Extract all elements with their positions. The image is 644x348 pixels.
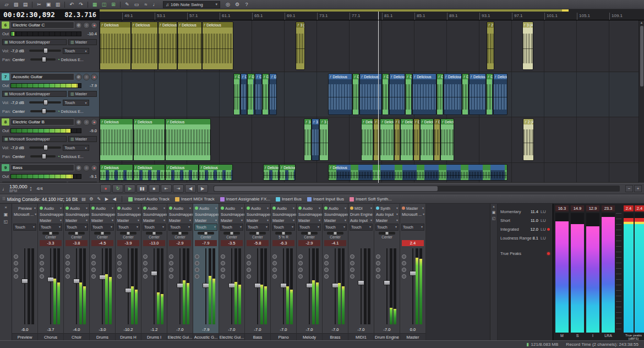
automation-mode-selector[interactable]: Touch ▾ xyxy=(220,224,243,231)
timeline-ruler[interactable]: 49.153.157.161.165.169.173.177.181.185.1… xyxy=(100,9,644,20)
audio-clip[interactable]: ƒDelicious xyxy=(263,164,279,181)
time-signature[interactable]: 4/4 xyxy=(37,186,43,191)
audio-clip[interactable]: ƒ3 xyxy=(312,118,320,161)
channel-type-selector[interactable]: Audio ▾ xyxy=(90,205,115,211)
channel-master[interactable]: Master ▾ Microsoft ... ▾ ▾ Touch xyxy=(400,204,426,340)
channel-name[interactable]: Drums I xyxy=(141,333,167,340)
audio-clip[interactable]: ƒ3 (A xyxy=(319,118,329,161)
volume-value[interactable]: -7,0 dB xyxy=(11,145,28,150)
audio-clip[interactable]: ƒDelicious xyxy=(394,118,401,161)
fx-slot-button[interactable] xyxy=(14,261,18,265)
fx-slot-button[interactable] xyxy=(272,268,277,272)
record-button[interactable]: ● xyxy=(100,184,111,193)
fx-slot-button[interactable] xyxy=(402,261,406,265)
fx-slot-button[interactable] xyxy=(66,261,70,265)
audio-clip[interactable]: ƒDelicious xyxy=(361,118,374,161)
new-project-icon[interactable]: ▱ xyxy=(2,1,11,8)
fx-slot-button[interactable] xyxy=(14,274,18,279)
swing-selector[interactable]: ♫ 16th Note Swing ▾ xyxy=(163,1,220,8)
device-selector[interactable]: Auto Input ▾ xyxy=(374,211,400,218)
insert-button[interactable]: Insert Input Bus xyxy=(304,195,347,203)
fx-slot-button[interactable] xyxy=(143,261,148,265)
output-device-selector[interactable]: ▦ Microsoft Soundmapper xyxy=(2,91,67,97)
mute-button[interactable]: ⊘ xyxy=(75,74,82,80)
mute-button[interactable]: ⊘ xyxy=(75,22,82,29)
audio-clip[interactable]: ƒDelicious xyxy=(444,73,462,115)
channel-type-selector[interactable]: Audio ▾ xyxy=(271,205,296,211)
insert-button[interactable]: Insert Assignable FX... xyxy=(217,195,273,203)
channel-name[interactable]: Electric Gui... xyxy=(219,333,244,340)
loop-region-bar[interactable] xyxy=(100,9,562,12)
pan-value[interactable]: Center xyxy=(12,57,29,62)
fx-slot-button[interactable] xyxy=(169,254,173,259)
audio-clip[interactable]: ƒDelicious xyxy=(247,73,255,115)
fx-slot-button[interactable] xyxy=(91,261,96,265)
fx-slot-button[interactable] xyxy=(298,274,303,279)
playhead-marker[interactable] xyxy=(378,12,379,20)
device-selector[interactable]: Soundmapper ▾ xyxy=(271,211,296,218)
channel-type-selector[interactable]: Audio ▾ xyxy=(297,205,322,211)
volume-readout[interactable]: -1.2 xyxy=(141,327,167,333)
audio-clip[interactable]: ƒDelicious xyxy=(328,164,507,181)
volume-readout[interactable]: -3.7 xyxy=(38,327,63,333)
volume-slider[interactable] xyxy=(29,101,61,104)
volume-readout[interactable]: -4.0 xyxy=(64,327,89,333)
volume-readout[interactable]: -7.0 xyxy=(374,327,400,333)
open-project-icon[interactable]: ▨ xyxy=(12,1,20,8)
pan-slider[interactable] xyxy=(120,232,137,235)
channel-name[interactable]: Preview xyxy=(12,333,37,340)
mixer-settings-icon[interactable]: ⚙ xyxy=(88,195,95,203)
volume-slider[interactable] xyxy=(29,50,61,52)
fx-slot-button[interactable] xyxy=(195,254,199,259)
copy-icon[interactable]: ▣ xyxy=(44,1,53,8)
automation-mode-selector[interactable]: Touch ▾ xyxy=(375,224,399,231)
play-button[interactable]: ▶ xyxy=(124,184,135,193)
output-bus-selector[interactable]: Master ▾ xyxy=(219,218,244,224)
output-bus-selector[interactable]: ▾ xyxy=(12,218,37,224)
device-selector[interactable]: Soundmapper ▾ xyxy=(141,211,167,218)
fx-slot-button[interactable] xyxy=(91,274,96,279)
mixer-view-icon[interactable]: ▤ xyxy=(80,195,88,203)
track-name[interactable]: Bass xyxy=(10,164,74,171)
device-selector[interactable]: Soundmapper ▾ xyxy=(323,211,348,218)
track-header-electric-guitar-b[interactable]: 8 Electric Guitar B ⊘ ○ ● Out -9.0 ▦ xyxy=(0,117,99,163)
channel-name[interactable]: Drums H xyxy=(116,333,141,340)
pan-slider[interactable] xyxy=(94,232,111,235)
automation-mode-selector[interactable]: Touch ▾ xyxy=(65,224,88,231)
stepper-down-icon[interactable]: ▼ xyxy=(30,189,32,192)
save-project-icon[interactable]: ▤ xyxy=(21,1,30,8)
fx-slot-button[interactable] xyxy=(376,274,380,279)
channel-type-selector[interactable]: Audio ▾ xyxy=(38,205,63,211)
track-name[interactable]: Electric Guitar C xyxy=(10,21,74,29)
track-lane-electric-guitar-c[interactable]: ƒDelicious ƒDelicious ƒDelicious xyxy=(100,20,638,72)
fx-slot-button[interactable] xyxy=(350,254,354,259)
output-bus-selector[interactable]: Master ▾ xyxy=(297,218,322,224)
audio-clip[interactable]: ƒDelicious xyxy=(486,73,493,115)
audio-clip[interactable]: ƒDelicious xyxy=(100,21,131,70)
beats-display[interactable]: 82.3.716 xyxy=(64,11,96,19)
pan-slider[interactable] xyxy=(198,232,214,235)
fx-slot-button[interactable] xyxy=(117,268,122,272)
output-bus-selector[interactable]: Master ▾ xyxy=(374,218,400,224)
automation-mode-selector[interactable]: Touch ▾ xyxy=(63,48,89,54)
automation-mode-selector[interactable]: Touch ▾ xyxy=(350,224,373,231)
fx-chain-selector[interactable]: ◔ Delicious E... xyxy=(57,57,97,62)
fx-slot-button[interactable] xyxy=(324,261,329,265)
channel-type-selector[interactable]: Audio ▾ xyxy=(167,205,193,211)
bus-selector[interactable]: ▥ Master xyxy=(68,39,97,45)
channel-name[interactable]: Electric Gui... xyxy=(167,333,193,340)
volume-readout[interactable]: -7.0 xyxy=(297,327,322,333)
output-device-selector[interactable]: ▦ Microsoft Soundmapper xyxy=(2,39,67,45)
device-selector[interactable]: Microsoft ... ▾ xyxy=(400,211,425,218)
pause-button[interactable]: ▮▮ xyxy=(137,184,148,193)
volume-value[interactable]: -7,0 dB xyxy=(11,100,28,105)
pan-slider[interactable] xyxy=(275,232,292,235)
audio-clip[interactable]: ƒ3 (A xyxy=(304,118,312,161)
channel-drum-engine[interactable]: Synth ▾ Auto Input ▾ Master ▾ Touch xyxy=(374,204,400,340)
track-header-bass[interactable]: 9 Bass ⊘ ○ ● Out -9.1 ▦ Micros xyxy=(0,163,99,183)
volume-readout[interactable]: 0.0 xyxy=(400,327,425,333)
fx-slot-button[interactable] xyxy=(350,261,354,265)
fx-slot-button[interactable] xyxy=(298,254,303,259)
fx-slot-button[interactable] xyxy=(221,268,225,272)
fx-slot-button[interactable] xyxy=(247,254,251,259)
